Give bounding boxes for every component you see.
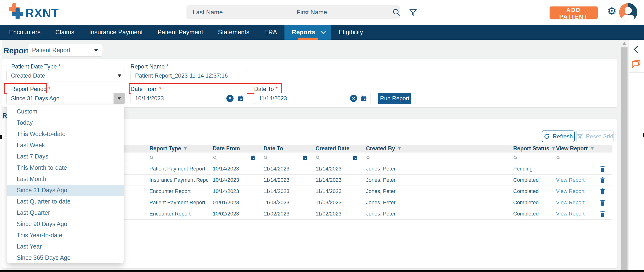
- cell-view-report: View Report: [551, 177, 590, 183]
- col-created-date[interactable]: Created Date: [311, 145, 361, 152]
- delete-report-button[interactable]: [590, 166, 612, 172]
- delete-report-button[interactable]: [590, 199, 612, 206]
- clear-date-icon[interactable]: ×: [226, 95, 234, 102]
- filter-date-from[interactable]: [208, 155, 259, 161]
- cell-created-by: Jones, Peter: [361, 177, 508, 183]
- dropdown-option[interactable]: Custom: [7, 106, 124, 117]
- dropdown-option[interactable]: Last Quarter-to-date: [7, 196, 124, 207]
- dropdown-option[interactable]: Last Month: [7, 173, 124, 185]
- dropdown-option[interactable]: Last Quarter: [7, 207, 124, 218]
- nav-item-claims[interactable]: Claims: [48, 25, 82, 40]
- calendar-icon[interactable]: [250, 155, 255, 161]
- col-date-to[interactable]: Date To: [259, 145, 311, 152]
- date-to-input[interactable]: 11/14/2023 ×: [254, 93, 371, 104]
- first-name-input[interactable]: [290, 5, 400, 19]
- view-report-link[interactable]: View Report: [556, 211, 584, 217]
- nav-item-era[interactable]: ERA: [257, 25, 284, 40]
- nav-item-encounters[interactable]: Encounters: [2, 25, 48, 40]
- funnel-icon[interactable]: [590, 146, 594, 151]
- view-report-link[interactable]: View Report: [556, 177, 584, 183]
- dropdown-option[interactable]: This Month-to-date: [7, 162, 124, 173]
- left-gutter: [0, 40, 2, 272]
- funnel-icon[interactable]: [397, 146, 402, 151]
- delete-report-button[interactable]: [590, 177, 612, 183]
- brand-logo-text: RXNT: [25, 6, 59, 20]
- last-name-input[interactable]: [186, 5, 296, 19]
- filter-date-to[interactable]: [259, 155, 311, 161]
- col-created-by[interactable]: Created By: [361, 145, 508, 152]
- filter-report-status[interactable]: [508, 155, 551, 160]
- cell-created-date: 11/14/2023: [311, 177, 361, 183]
- date-from-input[interactable]: 10/14/2023 ×: [130, 93, 247, 104]
- scrollbar-thumb[interactable]: [621, 47, 628, 272]
- nav-item-eligibility[interactable]: Eligibility: [331, 25, 370, 40]
- cell-date-from: 01/01/2023: [208, 199, 259, 206]
- view-report-link[interactable]: View Report: [556, 188, 584, 194]
- avatar[interactable]: [619, 3, 637, 21]
- dropdown-option[interactable]: Since 31 Days Ago: [7, 185, 124, 196]
- dropdown-option[interactable]: Today: [7, 117, 124, 128]
- scrollbar-up-arrow[interactable]: [622, 42, 626, 45]
- search-icon: [366, 155, 371, 160]
- dropdown-option[interactable]: This Year-to-date: [7, 230, 124, 241]
- report-period-dropdown-button[interactable]: [114, 93, 125, 104]
- calendar-icon[interactable]: [302, 155, 308, 161]
- status-badge: Completed: [508, 177, 551, 183]
- filter-created-date[interactable]: [311, 155, 361, 161]
- dropdown-option[interactable]: Last 7 Days: [7, 151, 124, 162]
- status-badge: Completed: [508, 199, 551, 206]
- col-view-report[interactable]: View Report: [551, 145, 590, 152]
- dropdown-option[interactable]: Last Week: [7, 140, 124, 151]
- filter-view-report[interactable]: [551, 155, 590, 160]
- top-header: RXNT ADD PATIENT ⚙: [0, 0, 644, 25]
- cell-created-by: Jones, Peter: [361, 211, 508, 217]
- calendar-icon[interactable]: [352, 155, 358, 161]
- nav-item-statements[interactable]: Statements: [210, 25, 257, 40]
- filter-created-by[interactable]: [361, 155, 508, 160]
- gear-icon[interactable]: ⚙: [607, 6, 616, 16]
- dropdown-option[interactable]: Since 90 Days Ago: [7, 218, 124, 230]
- search-icon: [556, 155, 561, 160]
- filter-funnel-icon[interactable]: [409, 8, 418, 17]
- dropdown-option[interactable]: Last Year: [7, 241, 124, 252]
- bottom-edge-bar: [0, 270, 644, 272]
- clear-date-icon[interactable]: ×: [350, 95, 357, 102]
- cell-report-type: Encounter Report: [145, 188, 208, 194]
- nav-item-patient-payment[interactable]: Patient Payment: [150, 25, 210, 40]
- report-period-dropdown: CustomTodayThis Week-to-dateLast WeekLas…: [7, 105, 124, 263]
- add-patient-button[interactable]: ADD PATIENT: [550, 7, 598, 19]
- right-side-panel: [629, 40, 644, 272]
- dropdown-option[interactable]: This Week-to-date: [7, 128, 124, 140]
- patient-date-type-select[interactable]: Created Date: [6, 70, 125, 81]
- nav-item-reports[interactable]: Reports: [284, 25, 331, 40]
- col-report-type[interactable]: Report Type: [145, 145, 208, 152]
- search-icon: [264, 155, 268, 160]
- search-icon: [513, 155, 518, 160]
- cell-view-report: View Report: [551, 211, 590, 217]
- funnel-icon[interactable]: [183, 146, 188, 151]
- dropdown-option[interactable]: Since 365 Days Ago: [7, 252, 124, 263]
- report-period-select[interactable]: Since 31 Days Ago: [6, 93, 125, 104]
- report-name-label: Report Name *: [130, 63, 168, 70]
- patient-date-type-label: Patient Date Type *: [11, 63, 60, 70]
- search-icon[interactable]: [392, 8, 401, 17]
- report-type-select[interactable]: Patient Report: [28, 44, 103, 57]
- col-report-status[interactable]: Report Status: [508, 145, 551, 152]
- reset-grid-button[interactable]: Reset Grid: [576, 130, 614, 142]
- report-type-select-value: Patient Report: [32, 47, 94, 54]
- col-date-from[interactable]: Date From: [208, 145, 259, 152]
- report-name-input[interactable]: Patient Report_2023-11-14 12:37:16: [130, 70, 247, 81]
- filter-report-type[interactable]: [145, 155, 208, 160]
- rxnt-app: RXNT ADD PATIENT ⚙ Encounters Claims Ins…: [0, 0, 644, 272]
- cell-date-from: 10/14/2023: [208, 188, 259, 194]
- run-report-button[interactable]: Run Report: [378, 93, 412, 104]
- nav-item-insurance-payment[interactable]: Insurance Payment: [82, 25, 150, 40]
- calendar-icon[interactable]: [360, 95, 367, 102]
- calendar-icon[interactable]: [237, 95, 244, 102]
- refresh-button[interactable]: Refresh: [542, 130, 575, 142]
- delete-report-button[interactable]: [590, 211, 612, 217]
- chat-icon[interactable]: [630, 58, 642, 69]
- cell-date-to: 11/02/2023: [259, 211, 311, 217]
- delete-report-button[interactable]: [590, 188, 612, 195]
- view-report-link[interactable]: View Report: [556, 199, 584, 205]
